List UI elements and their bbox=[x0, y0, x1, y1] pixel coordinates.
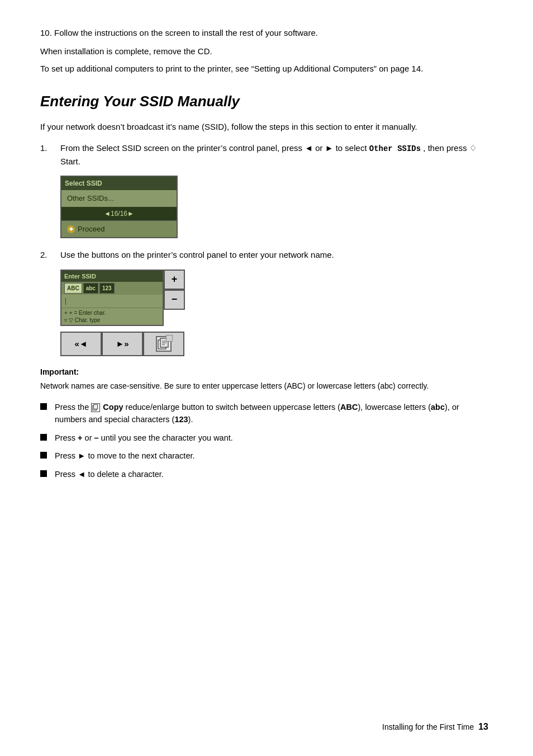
footer-page-num: 13 bbox=[478, 720, 488, 734]
lcd-pagination: ◄16/16► bbox=[61, 207, 177, 220]
copy-inline-icon bbox=[91, 403, 100, 412]
bullet-1-text: Press the Copy reduce/enlarge button to … bbox=[55, 401, 488, 426]
lcd-proceed-label: Proceed bbox=[78, 224, 104, 235]
lcd-help-area: + + = Enter char. ▿ ▽ Char. type bbox=[61, 308, 163, 325]
important-section: Important: Network names are case-sensit… bbox=[40, 366, 488, 392]
side-buttons-panel[interactable]: + − bbox=[164, 270, 185, 310]
bullet-square-3 bbox=[40, 452, 47, 459]
left-nav-button[interactable]: «◄ bbox=[60, 332, 102, 356]
step-2-row: 2. Use the buttons on the printer’s cont… bbox=[40, 248, 488, 262]
lcd-mode-bar: ABC abc 123 bbox=[61, 282, 163, 295]
bullet-4-text: Press ◄ to delete a character. bbox=[55, 468, 164, 480]
installation-complete-para: When installation is complete, remove th… bbox=[40, 45, 488, 58]
right-nav-label: ►» bbox=[116, 338, 129, 351]
help-plus-icon: + bbox=[64, 309, 68, 316]
help-line-1: + + = Enter char. bbox=[64, 309, 160, 316]
important-label: Important: bbox=[40, 366, 488, 378]
lcd-other-ssids: Other SSIDs... bbox=[61, 190, 177, 207]
lcd-title-select: Select SSID bbox=[61, 177, 177, 190]
help-char-icon: ▿ bbox=[64, 316, 67, 324]
section-heading-ssid: Entering Your SSID Manually bbox=[40, 91, 488, 112]
bullet-item-2: Press + or – until you see the character… bbox=[40, 432, 488, 444]
bullet-3-text: Press ► to move to the next character. bbox=[55, 450, 195, 462]
step-2-text: Use the buttons on the printer’s control… bbox=[60, 248, 488, 261]
proceed-icon: ◆ bbox=[67, 225, 75, 233]
step-1-num: 1. bbox=[40, 141, 60, 155]
bullet-item-1: Press the Copy reduce/enlarge button to … bbox=[40, 401, 488, 426]
copy-reduce-button[interactable] bbox=[143, 332, 184, 356]
bullet-item-3: Press ► to move to the next character. bbox=[40, 450, 488, 462]
copy-icon bbox=[156, 336, 172, 352]
footer-label: Installing for the First Time bbox=[382, 721, 474, 733]
bullet-1-copy-word: Copy bbox=[103, 403, 123, 412]
lcd-select-ssid-screen: Select SSID Other SSIDs... ◄16/16► ◆ Pro… bbox=[60, 176, 178, 238]
lcd-cursor-area: │ bbox=[61, 295, 163, 308]
mode-123: 123 bbox=[99, 283, 115, 294]
right-nav-button[interactable]: ►» bbox=[102, 332, 143, 356]
bullet-list: Press the Copy reduce/enlarge button to … bbox=[40, 401, 488, 480]
bullet-square-1 bbox=[40, 403, 47, 410]
bullet-item-4: Press ◄ to delete a character. bbox=[40, 468, 488, 480]
page-footer: Installing for the First Time 13 bbox=[382, 720, 488, 734]
step-1-row: 1. From the Select SSID screen on the pr… bbox=[40, 141, 488, 168]
left-nav-label: «◄ bbox=[74, 338, 87, 351]
bullet-1-prefix: Press the bbox=[55, 403, 91, 412]
bullet-square-4 bbox=[40, 470, 47, 477]
section-intro-para: If your network doesn’t broadcast it’s n… bbox=[40, 120, 488, 133]
mode-abc-lower: abc bbox=[83, 283, 98, 294]
minus-button[interactable]: − bbox=[164, 290, 185, 310]
lcd-enter-title: Enter SSID bbox=[61, 271, 163, 282]
step-1-code: Other SSIDs bbox=[369, 144, 421, 153]
help-enter-char: + = Enter char. bbox=[69, 309, 106, 316]
step-1-prefix: From the Select SSID screen on the print… bbox=[60, 143, 367, 153]
help-char-type: ▽ Char. type bbox=[69, 316, 100, 324]
bullet-square-2 bbox=[40, 434, 47, 441]
bullet-2-text: Press + or – until you see the character… bbox=[55, 432, 233, 444]
step-1-text: From the Select SSID screen on the print… bbox=[60, 141, 488, 168]
enter-ssid-panel: Enter SSID ABC abc 123 │ + + = Enter cha… bbox=[60, 270, 488, 326]
additional-computers-para: To set up additional computers to print … bbox=[40, 62, 488, 75]
step-10-text: 10. Follow the instructions on the scree… bbox=[40, 27, 488, 40]
step-2-num: 2. bbox=[40, 248, 60, 262]
nav-buttons-row: «◄ ►» bbox=[60, 332, 185, 356]
help-line-2: ▿ ▽ Char. type bbox=[64, 316, 160, 324]
mode-abc-upper: ABC bbox=[64, 283, 82, 294]
important-body: Network names are case-sensitive. Be sur… bbox=[40, 380, 488, 392]
lcd-enter-ssid-screen: Enter SSID ABC abc 123 │ + + = Enter cha… bbox=[60, 270, 164, 326]
plus-button[interactable]: + bbox=[164, 270, 185, 290]
svg-rect-6 bbox=[94, 405, 98, 409]
lcd-proceed: ◆ Proceed bbox=[61, 220, 177, 238]
